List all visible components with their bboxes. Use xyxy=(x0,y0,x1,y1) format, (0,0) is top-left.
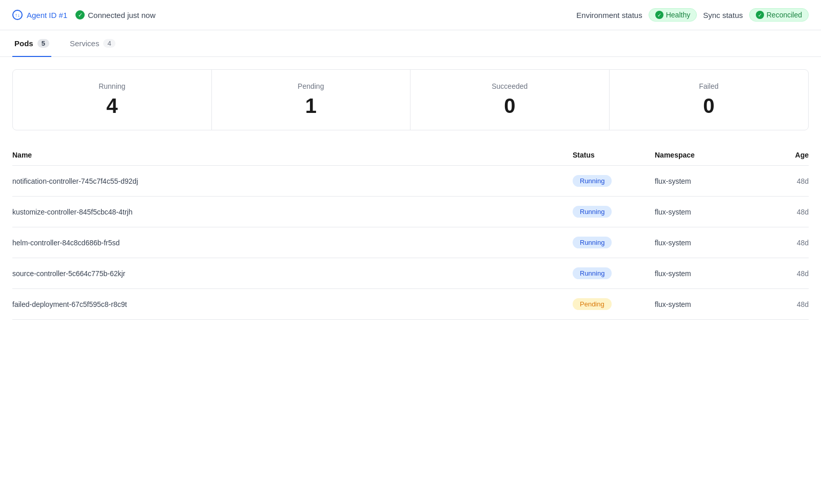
table-row: notification-controller-745c7f4c55-d92dj… xyxy=(12,166,809,197)
row-3-name: source-controller-5c664c775b-62kjr xyxy=(12,269,573,278)
row-4-name: failed-deployment-67c5f595c8-r8c9t xyxy=(12,300,573,308)
stat-succeeded: Succeeded 0 xyxy=(411,70,610,130)
row-1-status-badge: Running xyxy=(573,206,612,218)
tab-services-label: Services xyxy=(70,39,100,48)
stat-pending-value: 1 xyxy=(228,94,394,118)
pods-table: Name Status Namespace Age notification-c… xyxy=(12,145,809,320)
stat-running-label: Running xyxy=(29,82,195,90)
env-status-badge: ✓ Healthy xyxy=(649,8,697,22)
sync-status-badge: ✓ Reconciled xyxy=(749,8,809,22)
stat-succeeded-value: 0 xyxy=(427,94,593,118)
row-2-status-badge: Running xyxy=(573,237,612,248)
col-namespace: Namespace xyxy=(655,151,757,159)
env-status-label: Environment status xyxy=(576,11,642,20)
row-4-age: 48d xyxy=(757,300,809,308)
tab-pods-count: 5 xyxy=(37,39,49,48)
row-1-status: Running xyxy=(573,206,655,218)
row-0-status: Running xyxy=(573,175,655,187)
agent-icon: ↑↓ xyxy=(12,10,23,20)
stat-running: Running 4 xyxy=(13,70,212,130)
table-row: kustomize-controller-845f5cbc48-4trjh Ru… xyxy=(12,197,809,227)
tab-pods[interactable]: Pods 5 xyxy=(12,31,51,57)
sync-check-icon: ✓ xyxy=(756,11,764,19)
stat-failed-value: 0 xyxy=(626,94,792,118)
row-1-age: 48d xyxy=(757,208,809,216)
top-bar: ↑↓ Agent ID #1 ✓ Connected just now Envi… xyxy=(0,0,821,30)
row-3-age: 48d xyxy=(757,269,809,278)
col-status: Status xyxy=(573,151,655,159)
tab-services-count: 4 xyxy=(103,39,115,48)
row-3-namespace: flux-system xyxy=(655,269,757,278)
row-1-name: kustomize-controller-845f5cbc48-4trjh xyxy=(12,208,573,216)
connected-check-icon: ✓ xyxy=(75,10,85,20)
row-2-age: 48d xyxy=(757,239,809,247)
stat-pending: Pending 1 xyxy=(212,70,411,130)
table-row: source-controller-5c664c775b-62kjr Runni… xyxy=(12,258,809,289)
env-status-badge-text: Healthy xyxy=(666,11,690,19)
table-row: helm-controller-84c8cd686b-fr5sd Running… xyxy=(12,227,809,258)
tabs: Pods 5 Services 4 xyxy=(0,30,821,57)
stats-row: Running 4 Pending 1 Succeeded 0 Failed 0 xyxy=(12,69,809,130)
row-3-status: Running xyxy=(573,267,655,279)
stat-running-value: 4 xyxy=(29,94,195,118)
row-0-age: 48d xyxy=(757,177,809,185)
row-3-status-badge: Running xyxy=(573,267,612,279)
row-0-status-badge: Running xyxy=(573,175,612,187)
stat-failed: Failed 0 xyxy=(610,70,809,130)
row-2-namespace: flux-system xyxy=(655,239,757,247)
connected-label: Connected just now xyxy=(88,11,155,20)
table-row: failed-deployment-67c5f595c8-r8c9t Pendi… xyxy=(12,289,809,320)
row-0-name: notification-controller-745c7f4c55-d92dj xyxy=(12,177,573,185)
row-4-namespace: flux-system xyxy=(655,300,757,308)
tab-pods-label: Pods xyxy=(14,39,33,48)
agent-id[interactable]: ↑↓ Agent ID #1 xyxy=(12,10,67,20)
table-header: Name Status Namespace Age xyxy=(12,145,809,166)
col-name: Name xyxy=(12,151,573,159)
row-4-status-badge: Pending xyxy=(573,298,612,310)
row-2-status: Running xyxy=(573,237,655,248)
sync-status-label: Sync status xyxy=(703,11,743,20)
stat-succeeded-label: Succeeded xyxy=(427,82,593,90)
stat-pending-label: Pending xyxy=(228,82,394,90)
row-0-namespace: flux-system xyxy=(655,177,757,185)
right-status: Environment status ✓ Healthy Sync status… xyxy=(576,8,809,22)
tab-services[interactable]: Services 4 xyxy=(68,31,118,57)
agent-id-label: Agent ID #1 xyxy=(27,11,67,20)
connected-status: ✓ Connected just now xyxy=(75,10,155,20)
sync-status-badge-text: Reconciled xyxy=(767,11,802,19)
row-1-namespace: flux-system xyxy=(655,208,757,216)
row-2-name: helm-controller-84c8cd686b-fr5sd xyxy=(12,239,573,247)
env-check-icon: ✓ xyxy=(655,11,663,19)
stat-failed-label: Failed xyxy=(626,82,792,90)
row-4-status: Pending xyxy=(573,298,655,310)
col-age: Age xyxy=(757,151,809,159)
